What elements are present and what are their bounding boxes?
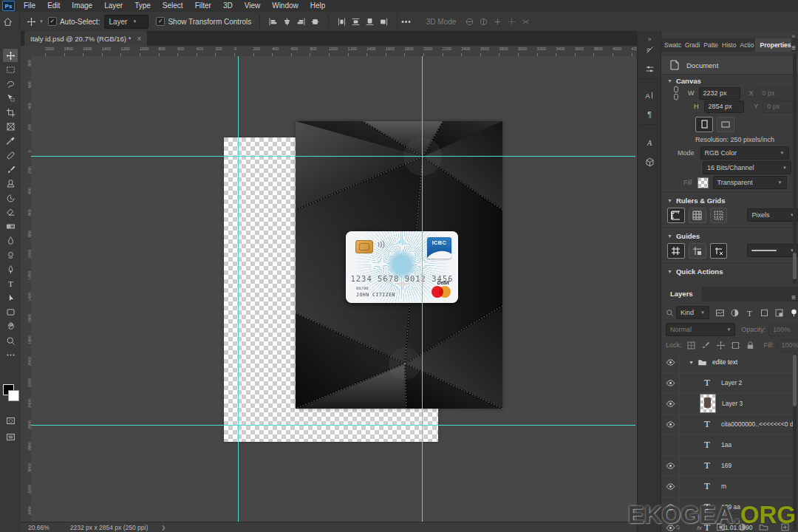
move-tool-icon[interactable] bbox=[27, 17, 36, 27]
smart-object-filter-icon[interactable] bbox=[774, 308, 784, 318]
align-icon-3[interactable] bbox=[310, 17, 320, 27]
layer-name[interactable]: m bbox=[721, 482, 726, 490]
layer-visibility-eye-icon[interactable] bbox=[661, 352, 680, 372]
panel-tab-patte[interactable]: Patte bbox=[700, 38, 719, 52]
layer-row-3[interactable]: Tcita0000000..<<<<<<<0 d bbox=[661, 414, 794, 435]
menu-view[interactable]: View bbox=[239, 0, 267, 12]
layer-name[interactable]: cita0000000..<<<<<<<0 d bbox=[721, 420, 794, 428]
text-layer-thumbnail[interactable]: T bbox=[699, 418, 715, 430]
canvas-section-header[interactable]: ▼Canvas bbox=[667, 77, 701, 85]
text-layer-thumbnail[interactable]: T bbox=[699, 439, 715, 451]
character-panel-icon[interactable]: A bbox=[643, 89, 656, 102]
menu-window[interactable]: Window bbox=[266, 0, 304, 12]
lasso-tool[interactable] bbox=[3, 78, 18, 91]
layers-scrollbar[interactable] bbox=[793, 355, 797, 406]
layer-row-2[interactable]: Layer 3 bbox=[661, 393, 794, 415]
filter-kind-dropdown[interactable]: Kind▼ bbox=[676, 306, 709, 319]
layers-tab[interactable]: Layers bbox=[661, 287, 702, 301]
layer-name[interactable]: edite text bbox=[712, 358, 738, 366]
pixel-layers-filter-icon[interactable] bbox=[715, 308, 725, 318]
text-layer-thumbnail[interactable]: T bbox=[699, 460, 715, 471]
fill-swatch[interactable] bbox=[698, 177, 709, 188]
guide-style-dropdown[interactable]: ▼ bbox=[747, 244, 798, 257]
path-selection-tool[interactable] bbox=[3, 291, 18, 304]
blend-mode-dropdown[interactable]: Normal▼ bbox=[666, 323, 735, 336]
glyphs-panel-icon[interactable]: A bbox=[643, 136, 656, 149]
document-tab[interactable]: Italy id.psd @ 20.7% (RGB/16) * × bbox=[24, 31, 147, 46]
rectangle-tool[interactable] bbox=[3, 305, 18, 318]
toggle-guides-button[interactable] bbox=[667, 243, 685, 259]
panel-tab-gradi[interactable]: Gradi bbox=[682, 38, 701, 52]
menu-image[interactable]: Image bbox=[66, 0, 98, 12]
image-layer-thumbnail[interactable] bbox=[700, 394, 716, 413]
home-icon[interactable] bbox=[3, 17, 13, 27]
vertical-guide-left[interactable] bbox=[238, 56, 239, 522]
height-field[interactable]: 2854 px bbox=[704, 100, 745, 113]
align-icon-2[interactable] bbox=[296, 17, 306, 27]
screen-mode-button[interactable] bbox=[3, 430, 18, 443]
layer-name[interactable]: 1aa bbox=[721, 441, 732, 449]
dodge-tool[interactable] bbox=[3, 248, 18, 262]
layer-visibility-eye-icon[interactable] bbox=[661, 414, 680, 434]
layer-visibility-eye-icon[interactable] bbox=[661, 393, 680, 414]
horizontal-guide-bottom[interactable] bbox=[31, 425, 635, 426]
lock-paint-icon[interactable] bbox=[701, 341, 711, 350]
vertical-ruler[interactable]: 8006004002000200400600800100012001400160… bbox=[21, 56, 32, 522]
clone-stamp-tool[interactable] bbox=[3, 177, 18, 191]
clear-guides-button[interactable] bbox=[710, 243, 728, 259]
panel-menu-icon[interactable]: ≡ bbox=[791, 44, 796, 52]
distribute-icon-3[interactable] bbox=[379, 17, 389, 27]
text-layer-thumbnail[interactable]: T bbox=[699, 480, 715, 492]
history-panel-icon[interactable] bbox=[643, 43, 656, 56]
background-color-swatch[interactable] bbox=[8, 390, 19, 401]
paragraph-panel-icon[interactable]: ¶ bbox=[643, 108, 656, 121]
show-transform-checkbox[interactable]: ✓ bbox=[156, 17, 165, 26]
adjustment-filter-icon[interactable] bbox=[730, 308, 740, 318]
auto-select-dropdown[interactable]: Layer ▼ bbox=[104, 15, 149, 29]
lock-artboard-icon[interactable] bbox=[731, 341, 740, 350]
properties-scrollbar[interactable] bbox=[793, 253, 797, 279]
toggle-rulers-button[interactable] bbox=[667, 208, 685, 223]
quick-actions-section-header[interactable]: ▼Quick Actions bbox=[667, 267, 723, 276]
eyedropper-tool[interactable] bbox=[3, 134, 18, 148]
menu-select[interactable]: Select bbox=[157, 0, 189, 12]
history-brush-tool[interactable] bbox=[3, 191, 18, 205]
type-tool[interactable]: T bbox=[3, 277, 18, 290]
layer-name[interactable]: 169 bbox=[721, 462, 732, 469]
horizontal-ruler[interactable]: 2000180016001400120010008006004002000200… bbox=[21, 46, 637, 57]
horizontal-guide-top[interactable] bbox=[31, 156, 635, 157]
layer-row-6[interactable]: Tm bbox=[661, 476, 794, 497]
ruler-units-dropdown[interactable]: Pixels▼ bbox=[747, 208, 798, 222]
quick-mask-button[interactable] bbox=[3, 414, 18, 427]
zoom-tool[interactable] bbox=[3, 334, 18, 347]
layer-name[interactable]: Layer 3 bbox=[722, 400, 743, 407]
align-icon-0[interactable] bbox=[268, 17, 278, 27]
layer-row-4[interactable]: T1aa bbox=[661, 434, 794, 456]
fill-dropdown[interactable]: Transparent▼ bbox=[713, 176, 787, 189]
text-layer-thumbnail[interactable]: T bbox=[699, 377, 715, 389]
edit-toolbar-tool[interactable] bbox=[3, 348, 18, 361]
lock-transparency-icon[interactable] bbox=[686, 341, 696, 350]
3d-panel-icon[interactable] bbox=[643, 155, 656, 168]
layer-visibility-hidden[interactable] bbox=[661, 434, 680, 455]
canvas-area[interactable]: ICBC 1234 5678 9012 3456 00/00 JOHN CITI… bbox=[31, 56, 635, 522]
layer-row-0[interactable]: ▼edite text bbox=[661, 352, 794, 373]
distribute-icon-0[interactable] bbox=[337, 17, 347, 27]
menu-3d[interactable]: 3D bbox=[217, 0, 239, 12]
distribute-icon-1[interactable] bbox=[351, 17, 361, 27]
filter-toggle-pin-icon[interactable] bbox=[789, 308, 798, 318]
mode-dropdown[interactable]: RGB Color▼ bbox=[700, 146, 789, 160]
move-tool[interactable] bbox=[3, 49, 18, 62]
pen-tool[interactable] bbox=[3, 263, 18, 276]
lock-position-icon[interactable] bbox=[716, 341, 726, 350]
layer-name[interactable]: Layer 2 bbox=[721, 379, 742, 386]
new-guide-layout-button[interactable] bbox=[689, 243, 706, 259]
rulers-grids-section-header[interactable]: ▼Rulers & Grids bbox=[667, 197, 725, 205]
rect-marquee-tool[interactable] bbox=[3, 63, 18, 76]
close-tab-icon[interactable]: × bbox=[137, 35, 141, 43]
panel-tab-actio[interactable]: Actio bbox=[737, 38, 755, 52]
blur-tool[interactable] bbox=[3, 234, 18, 248]
color-swatches[interactable] bbox=[3, 384, 19, 402]
menu-help[interactable]: Help bbox=[304, 0, 332, 12]
menu-type[interactable]: Type bbox=[129, 0, 157, 12]
